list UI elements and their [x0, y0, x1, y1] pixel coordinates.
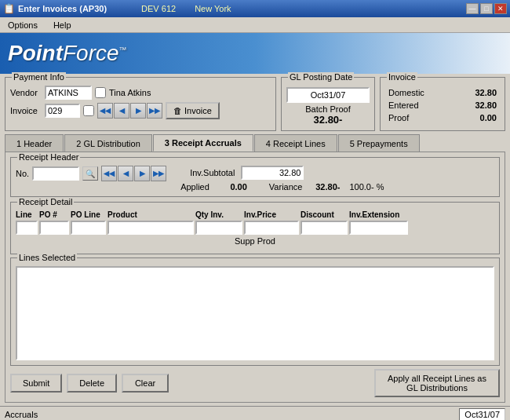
subtotal-section: Inv.Subtotal 32.80 Applied 0.00 Variance… — [174, 166, 494, 192]
location-label: New York — [195, 4, 231, 13]
invoice-number-input[interactable] — [45, 104, 80, 118]
product-input[interactable] — [107, 221, 194, 235]
inv-subtotal-label: Inv.Subtotal — [190, 168, 235, 177]
status-right: Oct31/07 — [459, 408, 505, 421]
close-button[interactable]: ✕ — [494, 3, 507, 14]
vendor-input[interactable] — [45, 86, 92, 100]
vendor-label: Vendor — [10, 88, 42, 97]
detail-inputs — [16, 221, 494, 235]
app-icon: 📋 — [3, 3, 15, 14]
no-section: No. 🔍 ◀◀ ◀ ▶ ▶▶ — [16, 166, 166, 181]
window-title: Enter Invoices (AP30) — [18, 4, 107, 13]
applied-value: 0.00 — [216, 182, 247, 192]
tab-receipt-lines[interactable]: 4 Receipt Lines — [254, 134, 337, 152]
logo-bold: Point — [8, 41, 63, 65]
table-row: Domestic 32.80 — [387, 87, 498, 98]
domestic-value: 32.80 — [456, 87, 498, 98]
col-header-invprice: Inv.Price — [244, 210, 299, 219]
nav-buttons: ◀◀ ◀ ▶ ▶▶ — [97, 103, 162, 119]
discount-input[interactable] — [301, 221, 348, 235]
menu-help[interactable]: Help — [50, 20, 75, 31]
logo-tm: ™ — [119, 46, 127, 54]
status-bar: Accruals Oct31/07 — [0, 406, 510, 420]
invoice-table: Domestic 32.80 Entered 32.80 Proof 0.00 — [385, 86, 500, 125]
detail-header: Line PO # PO Line Product Qty Inv. Inv.P… — [16, 210, 494, 219]
poline-input[interactable] — [71, 221, 106, 235]
logo-area: PointForce™ — [0, 33, 510, 74]
menu-options[interactable]: Options — [5, 20, 41, 31]
status-left: Accruals — [5, 410, 38, 419]
receipt-nav-first[interactable]: ◀◀ — [101, 166, 117, 181]
search-icon: 🔍 — [86, 170, 95, 178]
invoice-group: Invoice Domestic 32.80 Entered 32.80 Pro… — [380, 77, 505, 131]
invoice-row: Invoice ◀◀ ◀ ▶ ▶▶ 🗑 Invoice — [10, 102, 271, 119]
receipt-header-group: Receipt Header No. 🔍 ◀◀ ◀ ▶ ▶▶ — [10, 157, 500, 197]
lines-selected-area — [16, 266, 494, 360]
nav-first-btn[interactable]: ◀◀ — [97, 103, 113, 119]
submit-button[interactable]: Submit — [10, 374, 62, 393]
gl-date-value: Oct31/07 — [286, 87, 370, 103]
minimize-button[interactable]: — — [466, 3, 479, 14]
invoice-checkbox[interactable] — [83, 105, 94, 116]
payment-info-group: Payment Info Vendor Tina Atkins Invoice … — [5, 77, 276, 131]
inv-subtotal-value: 32.80 — [241, 166, 304, 180]
variance-label: Variance — [269, 182, 303, 192]
receipt-header-title: Receipt Header — [17, 152, 80, 162]
tab-prepayments[interactable]: 5 Prepayments — [338, 134, 420, 152]
invoice-btn-label: Invoice — [184, 106, 212, 115]
payment-info-row: Payment Info Vendor Tina Atkins Invoice … — [5, 77, 505, 131]
receipt-nav-last[interactable]: ▶▶ — [151, 166, 166, 181]
bottom-buttons: Submit Delete Clear — [10, 374, 169, 393]
receipt-nav-buttons: ◀◀ ◀ ▶ ▶▶ — [101, 166, 166, 181]
entered-value: 32.80 — [456, 100, 498, 111]
table-row: Proof 0.00 — [387, 112, 498, 123]
invext-input[interactable] — [349, 221, 408, 235]
qtyinv-input[interactable] — [195, 221, 242, 235]
search-button[interactable]: 🔍 — [82, 166, 98, 181]
nav-prev-btn[interactable]: ◀ — [114, 103, 129, 119]
menu-bar: Options Help — [0, 17, 510, 33]
no-input[interactable] — [32, 166, 79, 181]
receipt-nav-next[interactable]: ▶ — [134, 166, 150, 181]
tab-header[interactable]: 1 Header — [5, 134, 64, 152]
receipt-nav-prev[interactable]: ◀ — [118, 166, 133, 181]
logo: PointForce™ — [8, 41, 127, 66]
po-input[interactable] — [39, 221, 69, 235]
tab-receipt-accruals[interactable]: 3 Receipt Accruals — [153, 134, 253, 152]
bottom-row: Submit Delete Clear Apply all Receipt Li… — [10, 369, 500, 397]
nav-last-btn[interactable]: ▶▶ — [147, 103, 162, 119]
col-header-qtyinv: Qty Inv. — [195, 210, 242, 219]
title-bar: 📋 Enter Invoices (AP30) DEV 612 New York… — [0, 0, 510, 17]
vendor-name: Tina Atkins — [109, 88, 151, 97]
tab-content: Receipt Header No. 🔍 ◀◀ ◀ ▶ ▶▶ — [5, 152, 505, 403]
gl-posting-group: GL Posting Date Oct31/07 Batch Proof 32.… — [281, 77, 375, 131]
delete-button[interactable]: Delete — [67, 374, 117, 393]
invoice-btn-icon: 🗑 — [173, 106, 182, 115]
no-label: No. — [16, 169, 29, 178]
apply-all-button[interactable]: Apply all Receipt Lines as GL Distributi… — [374, 369, 500, 397]
domestic-label: Domestic — [387, 87, 454, 98]
invoice-button[interactable]: 🗑 Invoice — [166, 102, 220, 119]
proof-label: Proof — [387, 112, 454, 123]
table-row: Entered 32.80 — [387, 100, 498, 111]
applied-label: Applied — [180, 182, 209, 192]
col-header-poline: PO Line — [71, 210, 106, 219]
line-input[interactable] — [16, 221, 38, 235]
clear-button[interactable]: Clear — [122, 374, 169, 393]
vendor-checkbox[interactable] — [95, 87, 106, 98]
lines-selected-group: Lines Selected — [10, 257, 500, 366]
variance-value: 32.80- — [308, 182, 340, 192]
col-header-product: Product — [107, 210, 194, 219]
applied-variance-row: Applied 0.00 Variance 32.80- 100.0- % — [180, 182, 494, 192]
nav-next-btn[interactable]: ▶ — [130, 103, 146, 119]
receipt-detail-group: Receipt Detail Line PO # PO Line Product… — [10, 202, 500, 254]
col-header-invext: Inv.Extension — [349, 210, 408, 219]
invprice-input[interactable] — [244, 221, 299, 235]
col-header-discount: Discount — [301, 210, 348, 219]
tab-gl-distribution[interactable]: 2 GL Distribution — [64, 134, 152, 152]
vendor-row: Vendor Tina Atkins — [10, 86, 271, 100]
batch-proof-label: Batch Proof — [286, 104, 370, 114]
maximize-button[interactable]: □ — [480, 3, 493, 14]
col-header-po: PO # — [39, 210, 69, 219]
gl-posting-title: GL Posting Date — [288, 72, 354, 82]
